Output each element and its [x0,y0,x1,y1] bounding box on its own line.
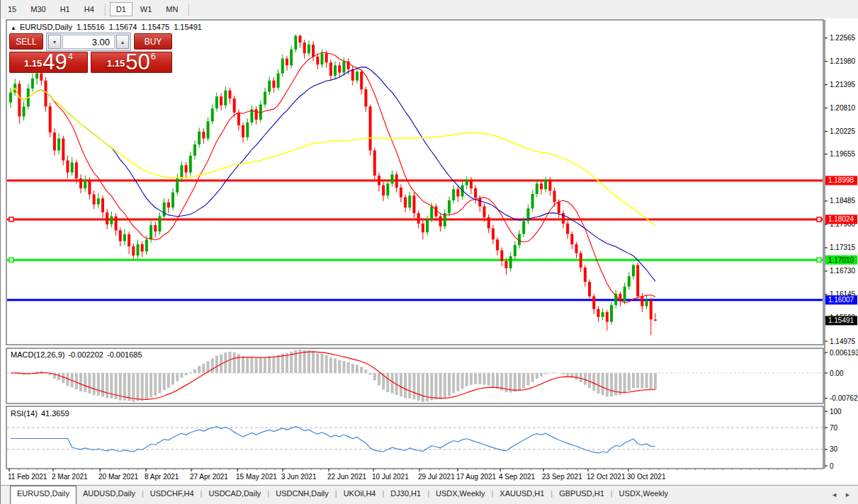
date-tick-label: 2 Mar 2021 [52,473,88,481]
candle-body [422,224,424,232]
tab-scroll-arrows: ◄ ► [831,486,858,504]
candle-body [101,198,104,212]
rsi-tick-label: 0 [830,462,834,470]
date-tick-label: 22 Jun 2021 [327,473,366,481]
macd-tick-label: 0.00 [830,370,844,377]
volume-decrease-button[interactable]: ▼ [48,35,61,49]
candle-body [53,132,56,150]
candle-body [439,217,442,227]
level-price-badge-label: 1.16007 [828,296,854,304]
line-handle[interactable] [817,258,821,262]
candle-body [119,230,122,241]
chart-canvas[interactable]: 1.225651.219801.213951.208101.202251.196… [1,0,858,504]
date-tick-label: 4 Sep 2021 [499,473,536,481]
sell-price-tile[interactable]: 1.15 49 4 [9,52,88,73]
candle-body [575,244,578,253]
candle-body [606,312,609,322]
tab-eurusd-daily[interactable]: EURUSD,Daily [10,486,77,504]
candle-body [132,246,135,256]
candle-body [277,74,280,88]
date-tick-label: 11 Feb 2021 [8,473,47,481]
date-tick-label: 29 Jul 2021 [418,473,455,481]
volume-increase-button[interactable]: ▲ [116,35,129,49]
candle-body [272,81,275,88]
candle-body [320,53,323,64]
rsi-tick-label: 70 [830,424,838,432]
candle-body [171,193,174,207]
candle-body [215,96,218,108]
chart-symbol-label: EURUSD,Daily [20,23,72,31]
buy-price-sup: 6 [151,51,156,62]
date-tick-label: 15 May 2021 [236,473,277,481]
tab-usdcad-daily[interactable]: USDCAD,Daily [202,486,267,504]
candle-body [202,132,205,139]
candle-body [492,229,495,240]
candle-body [189,156,192,173]
candle-body [233,98,236,113]
candle-body [548,180,551,191]
candle-body [426,219,429,232]
tab-scroll-left-icon[interactable]: ◄ [831,491,837,498]
price-tick-label: 1.20810 [830,104,856,112]
candle-body [496,239,499,250]
date-tick-label: 17 Aug 2021 [456,473,497,481]
date-tick-label: 10 Jul 2021 [372,473,409,481]
candle-body [220,96,222,105]
candle-body [255,109,258,120]
spin-down-icon: ▼ [52,40,57,45]
candle-body [229,91,232,98]
buy-button[interactable]: BUY [134,33,172,50]
tab-usdx-weekly-2[interactable]: USDX,Weekly [613,486,674,504]
sell-price-sup: 4 [68,51,73,62]
tab-audusd-daily[interactable]: AUDUSD,Daily [77,486,142,504]
candle-body [193,144,196,156]
candle-body [536,183,538,194]
tab-xauusd-h1[interactable]: XAUUSD,H1 [493,486,551,504]
chart-header: ▲EURUSD,Daily1.155161.156741.154751.1549… [11,23,206,31]
tab-dj30-h1[interactable]: DJ30,H1 [384,486,427,504]
tab-scroll-right-icon[interactable]: ► [845,491,851,498]
candle-body [382,185,385,196]
candle-body [35,74,38,79]
buy-price-tile[interactable]: 1.15 50 6 [91,52,172,73]
price-tick-label: 1.20225 [830,127,856,135]
candle-body [167,202,170,207]
candle-body [123,234,126,241]
candle-body [412,195,415,213]
line-handle[interactable] [9,258,13,262]
volume-input[interactable] [62,35,115,49]
date-tick-label: 27 Apr 2021 [190,473,228,481]
tab-gbpusd-h1[interactable]: GBPUSD,H1 [553,486,611,504]
tab-ukoil-h4[interactable]: UKOil,H4 [337,486,383,504]
candle-body [408,195,411,207]
candle-body [31,79,34,88]
candle-body [84,181,86,188]
candle-body [79,178,82,188]
tab-usdx-weekly[interactable]: USDX,Weekly [429,486,491,504]
terminal-window: 15 M30 H1 H4 D1 W1 MN 1.225651.219801.21… [0,0,858,504]
date-tick-label: 23 Sep 2021 [542,473,582,481]
candle-body [281,59,284,74]
candle-body [584,268,587,282]
candle-body [207,121,210,138]
candle-body [640,297,643,307]
candle-body [356,71,359,80]
line-handle[interactable] [817,217,821,222]
candle-body [448,200,451,213]
tab-usdchf-h4[interactable]: USDCHF,H4 [144,486,201,504]
candle-body [71,162,74,172]
date-tick-label: 3 Jun 2021 [281,473,317,481]
tab-usdcnh-daily[interactable]: USDCNH,Daily [269,486,335,504]
candle-body [509,256,512,268]
candle-body [456,189,459,196]
candle-body [373,151,376,176]
sell-button[interactable]: SELL [9,33,43,50]
collapse-triangle-icon[interactable]: ▲ [11,25,16,31]
ohlc-low: 1.15475 [141,23,169,31]
candle-body [141,244,144,251]
candle-body [334,65,337,76]
candle-body [500,251,503,261]
line-handle[interactable] [9,217,13,222]
candle-body [268,81,271,92]
candle-body [391,174,394,183]
